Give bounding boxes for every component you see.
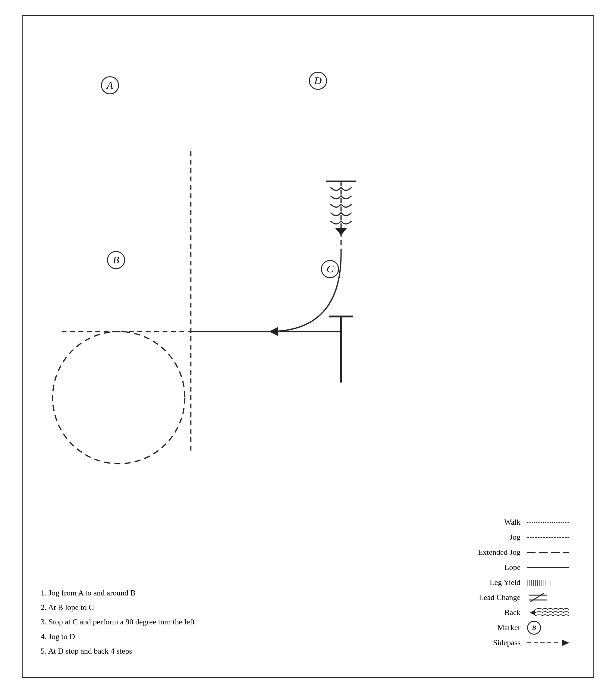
svg-marker-5 [269, 327, 278, 336]
legend-marker-row: Marker B [437, 623, 575, 633]
marker-symbol: B [527, 623, 575, 633]
svg-point-9 [53, 331, 185, 464]
jog-label: Jog [472, 533, 521, 542]
ext-jog-symbol [527, 548, 575, 557]
ext-jog-line [527, 552, 569, 553]
svg-marker-15 [562, 639, 569, 646]
legend-ext-jog-row: Extended Jog [437, 548, 575, 557]
walk-line [527, 522, 569, 523]
legend-walk-row: Walk [437, 517, 575, 527]
legend: Walk Jog Extended Jog Lope Leg Yield [437, 517, 575, 653]
lope-line [527, 567, 569, 568]
back-symbol [527, 608, 575, 618]
svg-line-12 [530, 593, 544, 602]
ext-jog-label: Extended Jog [472, 548, 521, 557]
lead-change-label: Lead Change [472, 593, 521, 602]
legend-lead-change-row: Lead Change [437, 593, 575, 602]
label-C: C [321, 260, 339, 278]
jog-line [527, 537, 569, 538]
page: A B C D 1. Jog from A to and around B 2.… [22, 15, 594, 678]
label-B: B [107, 251, 125, 269]
lope-symbol [527, 563, 575, 572]
instruction-5: 5. At D stop and back 4 steps [41, 644, 195, 658]
label-A: A [101, 76, 119, 94]
legend-jog-row: Jog [437, 532, 575, 542]
sidepass-label: Sidepass [472, 638, 521, 647]
marker-label: Marker [472, 623, 521, 632]
leg-yield-symbol: ||||||||||||| [527, 578, 575, 587]
lope-label: Lope [472, 563, 521, 572]
instructions: 1. Jog from A to and around B 2. At B lo… [41, 586, 195, 659]
instruction-2: 2. At B lope to C [41, 601, 195, 614]
back-label: Back [472, 608, 521, 617]
jog-symbol [527, 532, 575, 542]
instruction-4: 4. Jog to D [41, 630, 195, 643]
sidepass-symbol [527, 638, 575, 647]
legend-back-row: Back [437, 608, 575, 618]
walk-symbol [527, 517, 575, 527]
instruction-1: 1. Jog from A to and around B [41, 586, 195, 600]
svg-marker-13 [530, 610, 535, 615]
legend-leg-yield-row: Leg Yield ||||||||||||| [437, 578, 575, 587]
label-D: D [309, 72, 327, 90]
leg-yield-label: Leg Yield [472, 578, 521, 587]
leg-yield-bars: ||||||||||||| [527, 579, 552, 586]
marker-circle: B [527, 621, 541, 635]
instruction-3: 3. Stop at C and perform a 90 degree tur… [41, 615, 195, 628]
svg-marker-8 [335, 228, 347, 235]
lead-change-symbol [527, 593, 575, 602]
walk-label: Walk [472, 518, 521, 527]
legend-sidepass-row: Sidepass [437, 638, 575, 647]
legend-lope-row: Lope [437, 563, 575, 572]
